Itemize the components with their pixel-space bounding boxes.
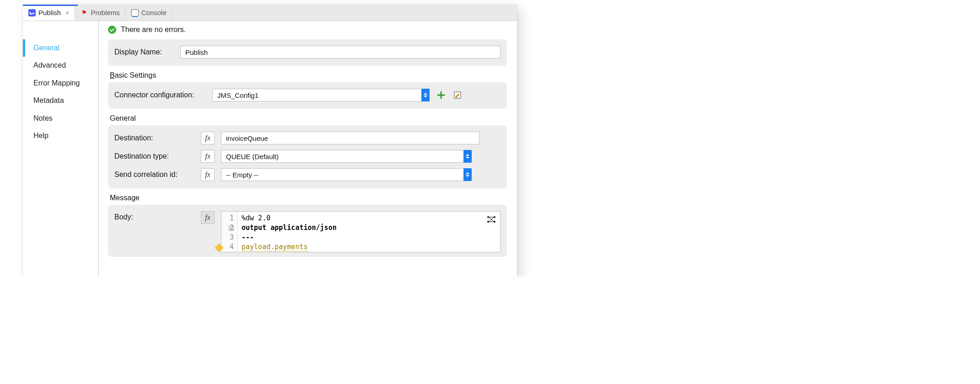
svg-point-3	[494, 216, 495, 218]
destination-type-label: Destination type:	[114, 152, 194, 160]
general-panel: Destination: fx Destination type: fx Sen…	[108, 125, 507, 188]
send-correlation-label: Send correlation id:	[114, 171, 194, 179]
svg-point-2	[487, 221, 489, 223]
svg-point-1	[487, 216, 489, 218]
editor-code[interactable]: %dw 2.0 output application/json --- payl…	[238, 212, 500, 252]
sidebar-item-error-mapping[interactable]: Error Mapping	[23, 75, 98, 92]
sidebar-item-general[interactable]: General	[23, 39, 98, 57]
main-content: There are no errors. Display Name: Basic…	[101, 21, 517, 277]
add-config-button[interactable]	[436, 90, 446, 100]
problems-icon	[81, 9, 88, 16]
connector-config-label: Connector configuration:	[114, 91, 206, 99]
message-panel: Body: fx 1 − 2 3 4 %dw 2.0 output applic…	[108, 205, 507, 257]
code-line: ---	[242, 233, 496, 242]
sidebar-item-label: Advanced	[33, 61, 66, 69]
destination-label: Destination:	[114, 134, 194, 142]
section-title-accel: B	[110, 71, 115, 79]
sidebar-item-notes[interactable]: Notes	[23, 110, 98, 127]
check-icon	[108, 26, 116, 34]
sidebar: General Advanced Error Mapping Metadata …	[23, 21, 98, 277]
connector-config-select[interactable]	[212, 89, 430, 101]
basic-settings-panel: Connector configuration:	[108, 82, 507, 109]
sidebar-item-metadata[interactable]: Metadata	[23, 92, 98, 109]
section-title-rest: asic Settings	[115, 71, 156, 79]
tab-problems-label: Problems	[91, 9, 119, 16]
select-handle-icon[interactable]	[421, 89, 430, 101]
fx-toggle[interactable]: fx	[201, 132, 215, 144]
svg-point-4	[494, 221, 495, 223]
display-name-label: Display Name:	[114, 48, 174, 56]
graph-view-button[interactable]	[485, 214, 497, 224]
publish-icon	[28, 9, 36, 16]
fx-toggle-active[interactable]: fx	[201, 211, 215, 224]
code-token-payments: .payments	[270, 243, 307, 251]
code-line: output application/json	[242, 223, 496, 233]
vertical-divider	[98, 21, 99, 277]
fx-toggle[interactable]: fx	[201, 168, 215, 181]
sidebar-item-label: Error Mapping	[33, 79, 80, 87]
display-name-input[interactable]	[180, 46, 501, 59]
display-name-panel: Display Name:	[108, 39, 507, 66]
console-icon	[131, 9, 139, 16]
sidebar-item-label: Notes	[33, 114, 53, 122]
tab-console[interactable]: Console	[126, 5, 172, 21]
body-label: Body:	[114, 211, 194, 221]
sidebar-item-label: Metadata	[33, 96, 64, 104]
code-line: %dw 2.0	[242, 213, 496, 223]
sidebar-item-advanced[interactable]: Advanced	[23, 57, 98, 74]
section-general: General	[110, 114, 507, 123]
code-token-payload: payload	[242, 243, 270, 251]
tab-publish[interactable]: Publish ×	[23, 5, 75, 21]
destination-type-select[interactable]	[221, 150, 472, 163]
select-handle-icon[interactable]	[463, 150, 472, 163]
body: General Advanced Error Mapping Metadata …	[23, 21, 517, 277]
tab-console-label: Console	[141, 9, 167, 16]
status-text: There are no errors.	[121, 26, 186, 34]
tab-publish-label: Publish	[38, 9, 61, 16]
section-message: Message	[110, 194, 507, 202]
sidebar-item-label: Help	[33, 132, 48, 139]
close-icon[interactable]: ×	[65, 9, 69, 16]
tab-bar: Publish × Problems Console	[23, 5, 517, 21]
body-editor[interactable]: 1 − 2 3 4 %dw 2.0 output application/jso…	[221, 211, 501, 252]
editor-gutter: 1 − 2 3 4	[221, 212, 238, 252]
editor-window: Publish × Problems Console General Advan…	[23, 5, 517, 277]
select-handle-icon[interactable]	[463, 168, 472, 181]
send-correlation-select[interactable]	[221, 168, 472, 181]
fx-toggle[interactable]: fx	[201, 150, 215, 163]
section-basic-settings: Basic Settings	[110, 71, 507, 80]
sidebar-item-help[interactable]: Help	[23, 127, 98, 144]
sidebar-item-label: General	[33, 44, 59, 52]
destination-input[interactable]	[221, 132, 479, 144]
tab-problems[interactable]: Problems	[75, 5, 125, 21]
status-row: There are no errors.	[108, 26, 507, 34]
edit-config-button[interactable]	[452, 90, 463, 100]
